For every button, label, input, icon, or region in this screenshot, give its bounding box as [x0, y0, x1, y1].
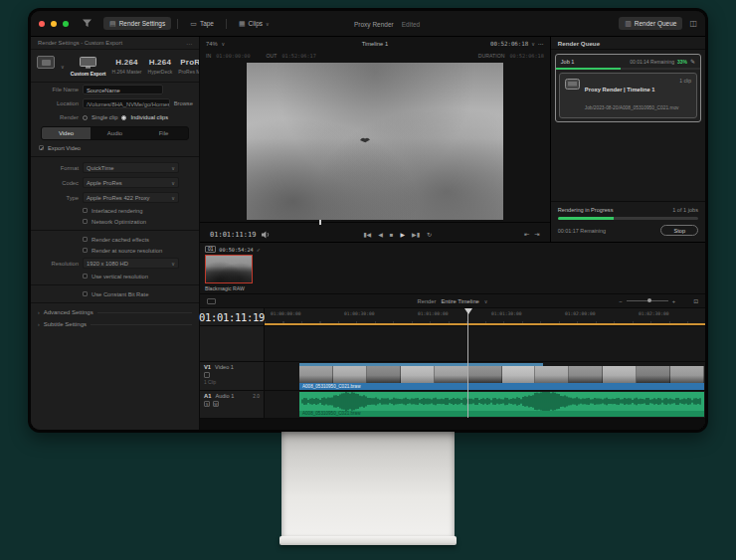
- advanced-settings-section[interactable]: › Advanced Settings: [31, 306, 199, 318]
- in-label: IN: [206, 53, 211, 59]
- section-chevron-icon: ›: [38, 309, 40, 315]
- out-value[interactable]: 01:52:06:17: [282, 53, 316, 59]
- solo-button[interactable]: S: [204, 401, 210, 407]
- audio-track-header[interactable]: A1 Audio 1 2.0 S M: [200, 391, 265, 418]
- speaker-icon[interactable]: [262, 231, 271, 239]
- app-window: ▤ Render Settings ▭ Tape ▦ Clips ∨ Proxy…: [31, 11, 705, 430]
- tab-video[interactable]: Video: [42, 127, 91, 139]
- timeline-playhead[interactable]: [467, 308, 468, 418]
- toolbar-divider: [177, 19, 178, 29]
- goto-out-icon[interactable]: ⇥: [534, 231, 539, 239]
- type-dropdown[interactable]: Apple ProRes 422 Proxy∨: [83, 192, 179, 203]
- zoom-out-icon[interactable]: −: [619, 298, 622, 304]
- network-optimization-checkbox[interactable]: [83, 219, 88, 224]
- edit-job-icon[interactable]: ✎: [690, 58, 695, 65]
- video-track-id: V1: [204, 364, 211, 370]
- clips-button[interactable]: ▦ Clips ∨: [233, 17, 276, 30]
- preset-label: HyperDeck: [148, 69, 173, 75]
- render-queue-title: Render Queue: [558, 40, 600, 47]
- constant-bitrate-checkbox[interactable]: [83, 291, 88, 296]
- mute-button[interactable]: M: [213, 401, 219, 407]
- render-cached-checkbox[interactable]: [83, 237, 88, 242]
- render-range-value[interactable]: Entire Timeline: [442, 298, 479, 304]
- timeline-ruler[interactable]: 01:00:00:00 01:00:30:00 01:01:00:00 01:0…: [265, 308, 705, 325]
- zoom-in-icon[interactable]: +: [672, 298, 675, 304]
- file-name-label: File Name: [37, 87, 79, 93]
- render-range-label: Render: [417, 298, 436, 304]
- menubar: ▤ Render Settings ▭ Tape ▦ Clips ∨ Proxy…: [31, 11, 705, 37]
- skip-start-icon[interactable]: ▮◀: [363, 231, 371, 238]
- audio-clip[interactable]: A008_05310950_C021.braw: [299, 392, 704, 417]
- panel-menu-icon[interactable]: ⋯: [186, 40, 192, 47]
- preset-prores[interactable]: ProRes ProRes Master: [178, 58, 199, 75]
- preset-hyperdeck[interactable]: H.264 HyperDeck: [148, 58, 173, 75]
- skip-end-icon[interactable]: ▶▮: [412, 231, 420, 238]
- preset-h264-master[interactable]: H.264 H.264 Master: [112, 58, 142, 75]
- play-icon[interactable]: ▶: [400, 231, 405, 238]
- single-clip-radio[interactable]: [83, 115, 88, 120]
- stop-icon[interactable]: ■: [390, 232, 394, 238]
- audio-channels: 2.0: [253, 394, 260, 399]
- job-card-path: Job/2023-08-20/A008_05310950_C021.mov: [585, 105, 679, 110]
- job-name: Job 1: [561, 59, 575, 65]
- export-video-checkbox[interactable]: ✓: [39, 145, 44, 150]
- subtitle-settings-section[interactable]: › Subtitle Settings: [31, 318, 199, 330]
- tab-audio[interactable]: Audio: [91, 127, 139, 139]
- preset-label: ProRes Master: [178, 69, 199, 75]
- format-dropdown[interactable]: QuickTime∨: [83, 162, 179, 173]
- viewer-current-timecode: 01:01:11:19: [210, 231, 256, 239]
- monitor-stand: [281, 432, 455, 537]
- interlaced-checkbox[interactable]: [83, 208, 88, 213]
- close-button[interactable]: [39, 21, 45, 27]
- in-value[interactable]: 01:00:00:00: [216, 53, 250, 59]
- resolution-dropdown[interactable]: 1920 x 1080 HD∨: [83, 258, 179, 269]
- viewer-scrubber[interactable]: [200, 222, 550, 227]
- zoom-slider-knob[interactable]: [647, 298, 651, 302]
- job-card[interactable]: Proxy Render | Timeline 1 Job/2023-08-20…: [559, 73, 697, 118]
- goto-in-icon[interactable]: ⇤: [524, 231, 529, 239]
- video-clip[interactable]: A008_05310950_C021.braw: [299, 363, 704, 390]
- codec-value: Apple ProRes: [87, 180, 122, 186]
- timeline-zoom-slider[interactable]: [627, 300, 668, 301]
- minimize-button[interactable]: [51, 21, 57, 27]
- tape-button[interactable]: ▭ Tape: [184, 17, 220, 30]
- video-track-header[interactable]: V1 Video 1 1 Clip: [200, 362, 265, 390]
- funnel-icon[interactable]: [83, 19, 92, 28]
- stop-button[interactable]: Stop: [660, 225, 698, 236]
- preset-custom-export[interactable]: Custom Export: [71, 57, 106, 77]
- render-settings-panel-title: Render Settings - Custom Export: [38, 40, 122, 46]
- render-queue-button[interactable]: ▥ Render Queue: [619, 17, 682, 30]
- chevron-down-icon: ∨: [484, 298, 488, 304]
- step-back-icon[interactable]: ◀: [378, 231, 383, 238]
- individual-clips-label: Individual clips: [130, 114, 168, 120]
- tape-label: Tape: [200, 20, 214, 27]
- render-mode-label: Render: [37, 114, 79, 120]
- viewer-playhead[interactable]: [319, 220, 321, 225]
- codec-dropdown[interactable]: Apple ProRes∨: [83, 177, 179, 188]
- render-settings-button[interactable]: ▤ Render Settings: [103, 17, 171, 30]
- vertical-resolution-label: Use vertical resolution: [92, 274, 148, 280]
- vertical-resolution-checkbox[interactable]: [83, 274, 88, 279]
- render-status-text: Rendering in Progress: [558, 207, 614, 213]
- clip-thumbnail[interactable]: [205, 255, 253, 283]
- maximize-button[interactable]: [63, 21, 69, 27]
- viewer-timeline-selector[interactable]: Timeline 1: [200, 41, 550, 47]
- file-name-input[interactable]: SourceName: [83, 85, 163, 94]
- viewer-panel: 74% ∨ Timeline 1 00:52:06:18 ∨ ⋯ I: [200, 37, 550, 242]
- auto-select-icon[interactable]: [204, 372, 210, 378]
- render-queue-icon: ▥: [625, 20, 632, 27]
- panel-toggle-icon[interactable]: ◫: [689, 20, 697, 28]
- ruler-tick: 01:00:00:00: [271, 311, 300, 316]
- video-track-info: 1 Clip: [204, 380, 260, 385]
- job-remaining: 00:01:14 Remaining: [630, 59, 674, 65]
- tab-file[interactable]: File: [139, 127, 188, 139]
- browse-button[interactable]: Browse: [174, 100, 193, 106]
- individual-clips-radio[interactable]: [121, 115, 126, 120]
- render-job[interactable]: Job 1 00:01:14 Remaining 33% ✎: [555, 54, 701, 122]
- location-input[interactable]: /Volumes/8HA_NVMe/go/Homeskating_NRG/D: [83, 98, 170, 108]
- preset-custom[interactable]: .: [37, 56, 55, 77]
- expand-timeline-icon[interactable]: ⊡: [693, 298, 698, 304]
- source-resolution-checkbox[interactable]: [83, 248, 88, 253]
- loop-icon[interactable]: ↻: [427, 231, 432, 238]
- duration-label: DURATION: [478, 53, 505, 59]
